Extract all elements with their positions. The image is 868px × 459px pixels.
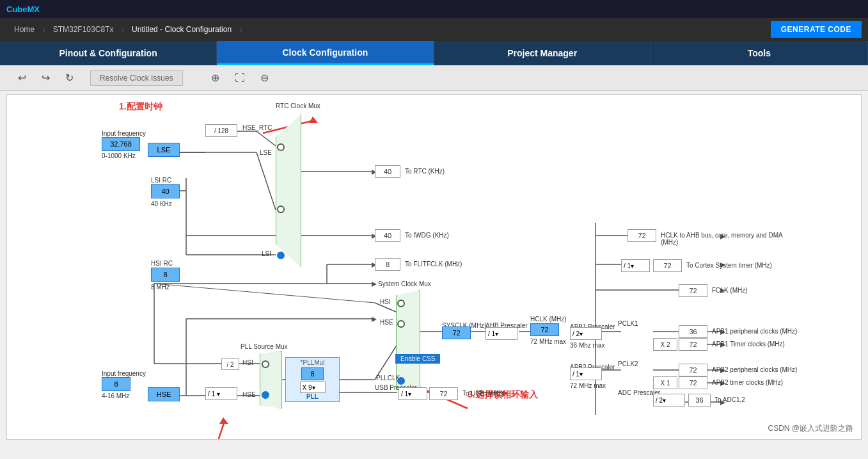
tab-tools[interactable]: Tools bbox=[651, 41, 868, 65]
hsi-rc-sub: 8 MHz bbox=[151, 284, 170, 291]
sys-mux-hsi-radio[interactable] bbox=[397, 300, 405, 307]
fclk-label: FCLK (MHz) bbox=[712, 287, 748, 294]
rtc-mux-hse-radio[interactable] bbox=[277, 143, 285, 151]
sysclk-box[interactable]: 72 bbox=[442, 326, 471, 339]
enable-css-button[interactable]: Enable CSS bbox=[395, 354, 440, 364]
generate-code-button[interactable]: GENERATE CODE bbox=[771, 21, 862, 38]
pll-mux-hse-radio[interactable] bbox=[262, 391, 269, 399]
pll-source-mux bbox=[260, 351, 282, 408]
hsi-rc-box[interactable]: 8 bbox=[151, 268, 180, 282]
resolve-clock-button[interactable]: Resolve Clock Issues bbox=[90, 70, 183, 86]
apb1-timer-box: 72 bbox=[679, 338, 707, 351]
pllclk-label: PLLCLK bbox=[376, 374, 400, 382]
svg-marker-56 bbox=[372, 282, 377, 287]
system-clock-mux-label: System Clock Mux bbox=[378, 280, 431, 287]
undo-button[interactable]: ↩ bbox=[13, 69, 31, 86]
hsi-rc-label: HSI RC bbox=[151, 260, 173, 267]
breadcrumb: Home › STM32F103C8Tx › Untitled - Clock … bbox=[0, 18, 868, 41]
svg-line-5 bbox=[256, 131, 276, 146]
annotation-1: 1.配置时钟 bbox=[119, 101, 162, 113]
lse-box[interactable]: LSE bbox=[148, 143, 180, 157]
clock-diagram: 1.配置时钟 2.选择外部高速时钟 3.选择锁相环输入 RTC Clock Mu… bbox=[6, 94, 862, 440]
usb-val-box: 72 bbox=[429, 387, 458, 400]
pll-source-mux-label: PLL Source Mux bbox=[241, 343, 288, 350]
cortex-label: To Cortex System timer (MHz) bbox=[686, 262, 772, 269]
div2-box: / 2 bbox=[221, 358, 239, 370]
cortex-div-dropdown[interactable]: / 1 ▾ bbox=[621, 259, 650, 272]
adc-prescaler-dropdown[interactable]: / 2 ▾ bbox=[653, 394, 685, 407]
tabs: Pinout & Configuration Clock Configurati… bbox=[0, 41, 868, 65]
to-iwdg-box: 40 bbox=[375, 229, 400, 242]
x1-box: X 1 bbox=[653, 376, 677, 389]
adc-label: To ADC1,2 bbox=[714, 396, 745, 403]
apb2-periph-label: APB2 peripheral clocks (MHz) bbox=[712, 366, 797, 373]
rtc-mux-lsi-radio[interactable] bbox=[277, 252, 285, 259]
hse-pll-label: HSE bbox=[242, 391, 256, 398]
input-freq-label2: Input frequency bbox=[102, 370, 146, 377]
apb1-periph-label: APB1 peripheral clocks (MHz) bbox=[712, 328, 797, 335]
logo: CubeMX bbox=[6, 4, 40, 14]
to-flitf-label: To FLITFCLK (MHz) bbox=[405, 261, 462, 268]
usb-prescaler-dropdown[interactable]: / 1 ▾ bbox=[398, 387, 427, 400]
zoom-out-button[interactable]: ⊖ bbox=[255, 69, 274, 86]
breadcrumb-project[interactable]: Untitled - Clock Configuration bbox=[124, 22, 239, 36]
lsi-rc-label: LSI RC bbox=[151, 177, 171, 184]
rtc-mux-lse-radio[interactable] bbox=[277, 205, 285, 213]
breadcrumb-arrow3: › bbox=[239, 24, 242, 35]
pclk1-label: PCLK1 bbox=[618, 320, 638, 327]
input-freq-val1[interactable]: 32.768 bbox=[102, 137, 140, 151]
hclk-ahb-label: HCLK to AHB bus, core, memory and DMA (M… bbox=[661, 232, 789, 246]
x2-box: X 2 bbox=[653, 338, 677, 351]
toolbar: ↩ ↪ ↻ Resolve Clock Issues ⊕ ⛶ ⊖ bbox=[0, 65, 868, 91]
input-freq-val2[interactable]: 8 bbox=[102, 377, 130, 391]
tab-pinout[interactable]: Pinout & Configuration bbox=[0, 41, 217, 65]
fit-button[interactable]: ⛶ bbox=[230, 70, 250, 86]
apb2-prescaler-dropdown[interactable]: / 1 ▾ bbox=[570, 367, 602, 380]
fclk-box: 72 bbox=[679, 284, 707, 297]
div128-box: / 128 bbox=[205, 124, 237, 137]
hse-sys-label: HSE bbox=[380, 319, 393, 326]
pll-label: PLL bbox=[306, 393, 319, 400]
zoom-in-button[interactable]: ⊕ bbox=[206, 69, 225, 86]
svg-line-49 bbox=[212, 421, 225, 439]
pllmul-val[interactable]: 8 bbox=[301, 367, 324, 380]
hclk-max: 72 MHz max bbox=[530, 338, 566, 345]
hse-box[interactable]: HSE bbox=[148, 387, 180, 401]
hse-div1-dropdown[interactable]: / 1 ▾ bbox=[205, 387, 237, 400]
svg-line-67 bbox=[154, 284, 375, 303]
pclk2-label: PCLK2 bbox=[618, 360, 638, 367]
input-freq-range2: 4-16 MHz bbox=[102, 392, 129, 399]
header: CubeMX bbox=[0, 0, 868, 18]
hclk-box[interactable]: 72 bbox=[530, 323, 559, 336]
ahb-prescaler-dropdown[interactable]: / 1 ▾ bbox=[485, 327, 517, 340]
lse-mux-label: LSE bbox=[260, 149, 272, 156]
cortex-val-box: 72 bbox=[653, 259, 682, 272]
hsi-sys-label: HSI bbox=[380, 298, 391, 305]
hse-rtc-label: HSE_RTC bbox=[242, 124, 272, 131]
pll-box: *PLLMul 8 X 9 ▾ PLL bbox=[285, 357, 340, 402]
to-iwdg-label: To IWDG (KHz) bbox=[405, 232, 449, 239]
apb2-timer-box: 72 bbox=[679, 376, 707, 389]
rtc-clock-mux bbox=[276, 114, 301, 268]
apb2-timer-label: APB2 timer clocks (MHz) bbox=[712, 379, 783, 386]
hclk-ahb-box: 72 bbox=[627, 229, 656, 242]
lsi-rc-box[interactable]: 40 bbox=[151, 184, 180, 198]
rtc-clock-mux-label: RTC Clock Mux bbox=[276, 102, 320, 109]
pllmul-x-dropdown[interactable]: X 9 ▾ bbox=[300, 382, 326, 393]
hsi-pll-label: HSI bbox=[242, 359, 253, 366]
input-freq-range1: 0-1000 KHz bbox=[102, 152, 136, 159]
tab-clock[interactable]: Clock Configuration bbox=[217, 41, 434, 65]
tab-project[interactable]: Project Manager bbox=[434, 41, 651, 65]
refresh-button[interactable]: ↻ bbox=[60, 69, 79, 86]
redo-button[interactable]: ↪ bbox=[36, 69, 55, 86]
breadcrumb-mcu[interactable]: STM32F103C8Tx bbox=[45, 22, 122, 36]
hclk-label: HCLK (MHz) bbox=[530, 316, 567, 323]
input-freq-label1: Input frequency bbox=[102, 130, 146, 137]
pll-mux-hsi-radio[interactable] bbox=[262, 360, 269, 368]
sys-mux-hse-radio[interactable] bbox=[397, 320, 405, 328]
breadcrumb-home[interactable]: Home bbox=[6, 22, 42, 36]
usb-label: To USB (MHz) bbox=[462, 390, 503, 397]
svg-marker-57 bbox=[372, 317, 377, 322]
apb1-max: 36 Mhz max bbox=[570, 342, 604, 349]
apb1-prescaler-dropdown[interactable]: / 2 ▾ bbox=[570, 327, 602, 340]
